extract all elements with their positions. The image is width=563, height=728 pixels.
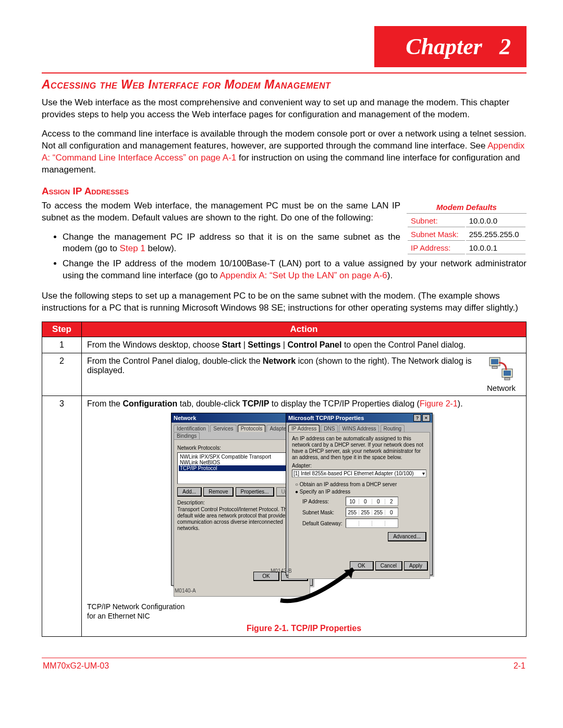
close-icon[interactable]: × (422, 414, 430, 422)
svg-rect-5 (505, 378, 510, 380)
section-rule (42, 72, 527, 73)
figure-dialogs: Network ?× Identification Services Proto… (171, 413, 437, 600)
apply-button[interactable]: Apply (404, 561, 428, 571)
gateway-input[interactable] (346, 519, 398, 528)
tab-identification[interactable]: Identification (174, 425, 209, 432)
steps-table: Step Action 1 From the Windows desktop, … (42, 322, 527, 637)
figure-mark: M0140-A (175, 588, 196, 594)
figure-mark: M0143-B (271, 568, 292, 574)
ok-button[interactable]: OK (350, 561, 373, 571)
svg-rect-1 (491, 359, 498, 364)
tab-services[interactable]: Services (210, 425, 236, 432)
svg-rect-4 (504, 371, 511, 376)
help-icon[interactable]: ? (413, 414, 421, 422)
ip-address-input[interactable]: 10002 (346, 497, 398, 506)
intro-paragraph-2: Access to the command line interface is … (42, 128, 527, 176)
footer-page-num: 2-1 (513, 661, 525, 671)
chapter-number: 2 (499, 34, 511, 59)
tab-wins[interactable]: WINS Address (339, 425, 379, 432)
radio-dhcp[interactable]: ○ Obtain an IP address from a DHCP serve… (295, 482, 426, 487)
subnet-mask-input[interactable]: 2552552550 (346, 508, 398, 517)
advanced-button[interactable]: Advanced... (388, 532, 426, 541)
chapter-badge: Chapter 2 (374, 26, 527, 67)
assign-ip-title: Assign IP Addresses (42, 186, 527, 197)
table-row: IP Address:10.0.0.1 (408, 242, 525, 254)
appendix-a-lan-link[interactable]: Appendix A: “Set Up the LAN” on page A-6 (219, 270, 387, 280)
svg-rect-2 (492, 366, 497, 368)
table-row: Subnet Mask:255.255.255.0 (408, 228, 525, 241)
section-title: Accessing the Web Interface for Modem Ma… (42, 78, 527, 92)
tab-routing[interactable]: Routing (381, 425, 405, 432)
table-row: 1 From the Windows desktop, choose Start… (42, 337, 527, 353)
tab-protocols[interactable]: Protocols (238, 425, 266, 432)
col-step: Step (42, 322, 82, 337)
tab-bindings[interactable]: Bindings (174, 432, 200, 439)
add-button[interactable]: Add... (177, 487, 202, 497)
chapter-label: Chapter (406, 34, 482, 59)
radio-specify[interactable]: ● Specify an IP address (295, 489, 426, 495)
figure-caption: Figure 2-1. TCP/IP Properties (87, 624, 521, 633)
modem-defaults-caption: Modem Defaults (407, 201, 527, 213)
tcpip-properties-dialog: Microsoft TCP/IP Properties ?× IP Addres… (286, 413, 433, 575)
modem-defaults-table: Modem Defaults Subnet:10.0.0.0 Subnet Ma… (407, 201, 527, 255)
remove-button[interactable]: Remove (203, 487, 234, 497)
intro-paragraph-1: Use the Web interface as the most compre… (42, 97, 527, 121)
cancel-button[interactable]: Cancel (375, 561, 402, 571)
figure-2-1-link[interactable]: Figure 2-1 (420, 399, 458, 408)
properties-button[interactable]: Properties... (236, 487, 275, 497)
bullet-item-2: Change the IP address of the modem 10/10… (63, 258, 527, 282)
figure-annotation: TCP/IP Network Configuration for an Ethe… (87, 602, 191, 621)
tab-ip-address[interactable]: IP Address (288, 425, 320, 432)
adapter-select[interactable]: [1] Intel 8255x-based PCI Ethernet Adapt… (292, 470, 426, 477)
assign-paragraph-2: Use the following steps to set up a mana… (42, 290, 527, 314)
tab-dns[interactable]: DNS (321, 425, 338, 432)
footer-rule (42, 658, 527, 658)
network-icon: Network (482, 356, 521, 392)
step-1-link[interactable]: Step 1 (120, 243, 145, 253)
table-row: 2 Network From the Control Panel dialog,… (42, 353, 527, 396)
col-action: Action (82, 322, 527, 337)
table-row: 3 From the Configuration tab, double-cli… (42, 396, 527, 637)
table-row: Subnet:10.0.0.0 (408, 215, 525, 227)
footer-doc-id: MM70xG2-UM-03 (43, 661, 109, 671)
